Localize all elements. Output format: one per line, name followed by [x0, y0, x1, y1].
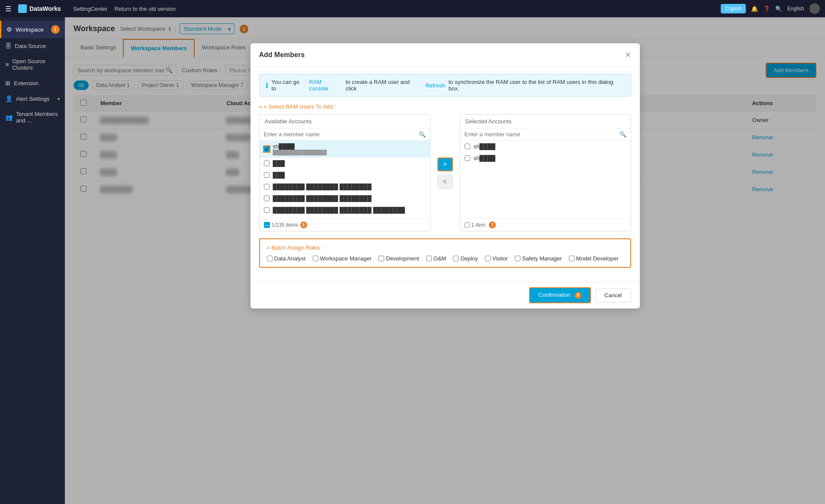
available-item-label: ████████ ████████ ████████ ████████ [273, 207, 405, 213]
dialog-title: Add Members [259, 51, 305, 59]
selected-checkbox-0[interactable] [465, 144, 470, 149]
sidebar-item-clusters[interactable]: ≡ Open Source Clusters [0, 54, 65, 75]
nav-old-version[interactable]: Return to the old version [114, 6, 176, 12]
top-nav: ☰ DataWorks SettingCenter Return to the … [0, 0, 825, 17]
dialog-body: ℹ You can go to RAM console to create a … [250, 67, 640, 282]
available-checkbox-0[interactable] [264, 146, 270, 152]
batch-role-checkbox-dev[interactable] [379, 256, 384, 261]
logo: DataWorks [18, 4, 61, 13]
copilot-button[interactable]: Copilot [721, 4, 745, 13]
selected-all-checkbox[interactable] [465, 222, 470, 228]
info-end: to synchronize the RAM user to the list … [449, 79, 625, 92]
top-nav-right: Copilot 🔔 ❓ 🔍 English [721, 3, 820, 14]
search-nav-icon[interactable]: 🔍 [775, 6, 782, 12]
batch-role-checkbox-visitor[interactable] [485, 256, 491, 261]
sidebar-label-tenant: Tenant Members and ... [16, 111, 60, 124]
batch-role-label-deploy: Deploy [460, 255, 478, 262]
tenant-icon: 👥 [5, 114, 13, 121]
batch-role-checkbox-safety[interactable] [515, 256, 520, 261]
batch-role-dev[interactable]: Development [379, 255, 419, 262]
sidebar-item-datasource[interactable]: 🗄 Data Source [0, 38, 65, 54]
available-checkbox-2[interactable] [264, 172, 270, 178]
selected-search-input[interactable] [465, 131, 617, 138]
available-item[interactable]: ████████ ████████ ████████ [260, 181, 430, 193]
available-item[interactable]: ████████ ████████ ████████ [260, 193, 430, 204]
info-text: You can go to [272, 79, 306, 92]
cancel-button[interactable]: Cancel [595, 288, 631, 302]
available-item[interactable]: ███ [260, 169, 430, 181]
batch-roles-section: « Batch Assign Roles : Data Analyst Work… [259, 238, 631, 268]
move-left-button[interactable]: < [437, 175, 453, 189]
available-checkbox-1[interactable] [264, 161, 270, 166]
help-icon[interactable]: ❓ [763, 6, 770, 12]
batch-role-analyst[interactable]: Data Analyst [267, 255, 306, 262]
sidebar-item-alert[interactable]: 👤 Alert Settings ▾ [0, 91, 65, 106]
move-right-button[interactable]: > [437, 157, 453, 171]
confirmation-button[interactable]: Confirmation 8 [529, 287, 591, 303]
selected-search-icon: 🔍 [620, 131, 626, 138]
selected-checkbox-1[interactable] [465, 155, 470, 161]
workspace-icon: ⚙ [6, 26, 12, 33]
step-badge-5: 5 [300, 222, 307, 228]
batch-role-checkbox-model[interactable] [569, 256, 575, 261]
step-badge-7: 7 [489, 222, 496, 228]
selected-item-label: sh████ [474, 143, 496, 150]
menu-icon[interactable]: ☰ [5, 5, 11, 13]
batch-role-checkbox-analyst[interactable] [267, 256, 273, 261]
batch-role-label-visitor: Visitor [492, 255, 508, 262]
info-mid: to create a RAM user and click [346, 79, 422, 92]
refresh-link[interactable]: Refresh [425, 82, 445, 89]
datasource-icon: 🗄 [5, 42, 11, 49]
batch-role-label-safety: Safety Manager [522, 255, 562, 262]
sidebar-item-tenant[interactable]: 👥 Tenant Members and ... [0, 106, 65, 128]
available-search-input[interactable] [264, 131, 416, 138]
available-item[interactable]: sh████ ████████████████ [260, 141, 430, 157]
batch-role-model[interactable]: Model Developer [569, 255, 619, 262]
batch-role-om[interactable]: O&M [426, 255, 446, 262]
available-title: Available Accounts [260, 115, 430, 128]
available-count: 1/135 items [272, 222, 299, 228]
sidebar-label-alert: Alert Settings [16, 96, 49, 102]
selected-footer: 1 item 7 [460, 218, 631, 231]
available-item[interactable]: ████████ ████████ ████████ ████████ [260, 204, 430, 216]
sidebar-label-clusters: Open Source Clusters [12, 58, 60, 71]
batch-role-visitor[interactable]: Visitor [485, 255, 508, 262]
selected-item[interactable]: sh████ [460, 141, 631, 152]
batch-role-label-om: O&M [433, 255, 446, 262]
available-list: sh████ ████████████████ ███ ███ ████████… [260, 141, 430, 218]
available-item[interactable]: ███ [260, 157, 430, 169]
batch-role-label-wm: Workspace Manager [320, 255, 372, 262]
language-selector[interactable]: English [787, 6, 804, 12]
select-ram-icon: « [259, 103, 262, 110]
available-checkbox-4[interactable] [264, 196, 270, 201]
batch-role-wm[interactable]: Workspace Manager [313, 255, 372, 262]
ram-console-link[interactable]: RAM console [309, 79, 342, 92]
available-search-icon: 🔍 [419, 131, 426, 138]
available-item-label: sh████ [273, 143, 327, 150]
batch-role-deploy[interactable]: Deploy [453, 255, 478, 262]
batch-role-checkbox-deploy[interactable] [453, 256, 459, 261]
sidebar-item-extension[interactable]: ⊞ Extension [0, 75, 65, 91]
batch-role-checkbox-wm[interactable] [313, 256, 318, 261]
logo-text: DataWorks [29, 5, 61, 12]
batch-role-checkbox-om[interactable] [426, 256, 432, 261]
top-nav-center: SettingCenter Return to the old version [73, 6, 176, 12]
available-search: 🔍 [260, 128, 430, 141]
sidebar: ⚙ Workspace 1 🗄 Data Source ≡ Open Sourc… [0, 17, 65, 504]
batch-role-label-analyst: Data Analyst [274, 255, 306, 262]
nav-setting-center[interactable]: SettingCenter [73, 6, 108, 12]
transfer-container: Available Accounts 🔍 sh████ ████████████… [259, 114, 631, 231]
available-checkbox-3[interactable] [264, 184, 270, 189]
available-checkbox-5[interactable] [264, 207, 270, 213]
notification-icon[interactable]: 🔔 [751, 6, 758, 12]
selected-item[interactable]: sh████ [460, 152, 631, 164]
select-ram-label: « « Select RAM Users To Add : [259, 103, 631, 110]
sidebar-label-datasource: Data Source [15, 43, 46, 49]
batch-role-safety[interactable]: Safety Manager [515, 255, 562, 262]
dialog-close-button[interactable]: ✕ [625, 50, 631, 60]
indeterminate-checkbox[interactable]: — [264, 222, 270, 228]
dialog-header: Add Members ✕ [250, 43, 640, 67]
sidebar-item-workspace[interactable]: ⚙ Workspace 1 [0, 21, 65, 38]
sidebar-label-workspace: Workspace [16, 26, 44, 33]
clusters-icon: ≡ [5, 61, 9, 68]
